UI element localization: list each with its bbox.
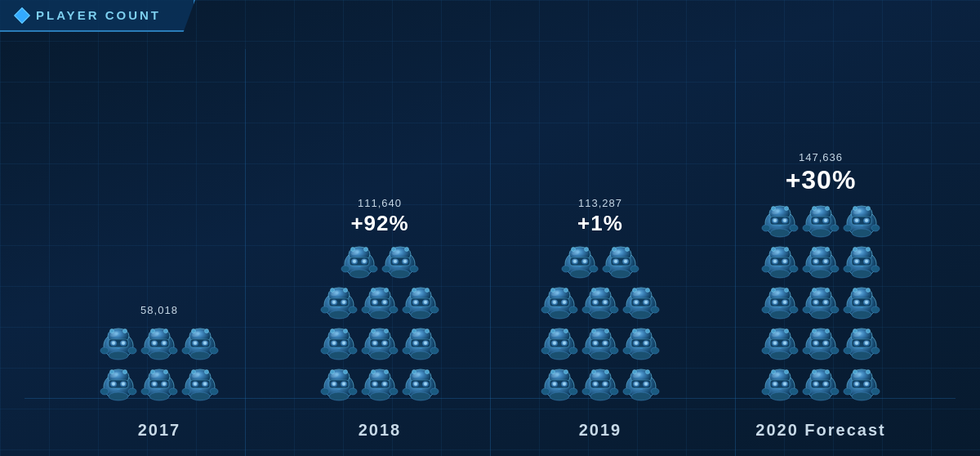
svg-point-480 — [773, 301, 777, 304]
svg-point-496 — [824, 301, 827, 304]
svg-point-274 — [550, 311, 569, 319]
svg-point-32 — [194, 342, 197, 345]
svg-point-298 — [635, 301, 638, 304]
player-icon — [181, 324, 219, 362]
svg-point-258 — [624, 260, 627, 263]
svg-point-444 — [785, 248, 789, 252]
svg-point-566 — [783, 382, 786, 386]
svg-point-598 — [866, 370, 871, 374]
svg-point-414 — [811, 229, 831, 237]
svg-point-62 — [163, 382, 166, 386]
svg-point-417 — [803, 225, 811, 231]
svg-point-458 — [826, 248, 830, 252]
svg-point-74 — [194, 382, 197, 386]
svg-point-94 — [364, 248, 368, 252]
svg-point-106 — [390, 270, 410, 278]
svg-rect-133 — [378, 306, 381, 308]
player-icon — [581, 365, 619, 403]
svg-point-81 — [182, 388, 190, 395]
player-icon — [602, 243, 639, 280]
svg-point-558 — [871, 347, 880, 354]
player-icon — [541, 284, 578, 321]
svg-point-53 — [100, 388, 109, 395]
svg-point-123 — [321, 306, 329, 313]
svg-rect-35 — [198, 347, 202, 349]
svg-point-318 — [564, 329, 568, 333]
svg-point-540 — [811, 351, 831, 360]
svg-point-305 — [623, 306, 631, 313]
svg-point-88 — [353, 260, 356, 263]
svg-point-260 — [611, 270, 630, 278]
svg-point-382 — [635, 382, 638, 386]
svg-point-270 — [553, 301, 556, 304]
player-icon — [320, 365, 358, 403]
chart-area: 58,018 — [0, 49, 980, 456]
svg-point-554 — [852, 351, 871, 360]
svg-rect-455 — [819, 266, 822, 267]
svg-point-470 — [852, 270, 871, 278]
svg-point-468 — [865, 260, 868, 263]
svg-point-494 — [814, 301, 817, 304]
svg-point-67 — [141, 388, 149, 395]
svg-point-445 — [762, 266, 770, 272]
svg-point-186 — [414, 342, 417, 345]
svg-point-290 — [605, 288, 609, 293]
svg-rect-105 — [399, 266, 402, 267]
svg-point-206 — [344, 370, 348, 374]
svg-point-358 — [550, 392, 569, 400]
player-icon — [843, 324, 880, 362]
player-icon — [541, 324, 578, 362]
svg-point-384 — [644, 382, 648, 386]
svg-rect-427 — [860, 225, 863, 226]
svg-rect-469 — [860, 266, 863, 267]
svg-point-431 — [844, 225, 852, 231]
svg-point-550 — [855, 342, 858, 345]
svg-point-556 — [866, 329, 871, 333]
svg-rect-483 — [778, 306, 782, 308]
svg-rect-203 — [337, 388, 341, 390]
svg-point-242 — [573, 260, 577, 263]
svg-rect-525 — [778, 347, 782, 349]
bar-column-2020-forecast: 147,636+30% — [731, 151, 911, 440]
player-icon — [100, 324, 137, 362]
svg-point-354 — [553, 382, 556, 386]
icon-grid-3 — [761, 202, 880, 403]
svg-point-40 — [210, 347, 218, 354]
svg-point-124 — [349, 306, 357, 313]
svg-point-174 — [383, 342, 386, 345]
svg-point-426 — [865, 219, 868, 222]
svg-point-473 — [844, 266, 852, 272]
svg-rect-147 — [419, 306, 422, 308]
svg-rect-189 — [419, 347, 422, 349]
player-icon — [843, 202, 880, 239]
svg-point-446 — [790, 266, 798, 272]
svg-point-430 — [866, 207, 871, 211]
svg-rect-119 — [337, 306, 341, 308]
count-label-3: 147,636 — [799, 151, 843, 163]
svg-point-304 — [646, 288, 650, 293]
svg-point-146 — [424, 301, 427, 304]
svg-point-389 — [623, 388, 631, 395]
svg-point-442 — [770, 270, 790, 278]
svg-point-460 — [831, 266, 839, 272]
player-icon — [361, 284, 399, 321]
player-icon — [622, 365, 660, 403]
change-label-3: +30% — [786, 165, 857, 195]
svg-point-108 — [405, 248, 409, 252]
svg-point-500 — [826, 288, 830, 293]
svg-point-456 — [811, 270, 831, 278]
svg-point-524 — [783, 342, 786, 345]
svg-rect-357 — [558, 388, 561, 390]
svg-point-25 — [141, 347, 149, 354]
player-icon — [361, 365, 399, 403]
player-icon — [802, 243, 840, 280]
player-icon — [843, 284, 880, 321]
svg-point-486 — [785, 288, 789, 293]
svg-point-277 — [541, 306, 550, 313]
svg-point-288 — [590, 311, 610, 319]
svg-point-328 — [604, 342, 607, 345]
svg-point-568 — [770, 392, 790, 400]
svg-point-284 — [594, 301, 597, 304]
player-icon — [402, 284, 439, 321]
svg-point-570 — [785, 370, 789, 374]
